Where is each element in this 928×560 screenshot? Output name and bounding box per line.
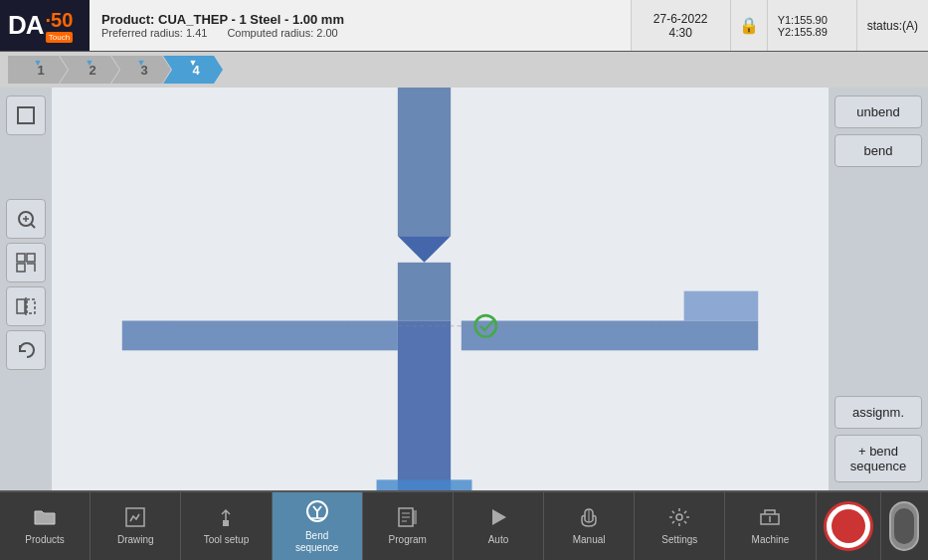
svg-rect-2 [27, 254, 35, 262]
bend-sequence-button[interactable]: + bendsequence [835, 435, 922, 482]
manual-icon [577, 506, 601, 531]
svg-rect-0 [18, 107, 34, 123]
zoom-in-icon [15, 208, 37, 230]
svg-rect-4 [17, 299, 25, 313]
logo-da: DA [8, 10, 44, 41]
bend-sequence-label: + bendsequence [850, 444, 906, 473]
right-panel: unbend bend assignm. + bendsequence [829, 88, 928, 490]
svg-rect-3 [17, 264, 25, 272]
computed-radius: Computed radius: 2.00 [227, 27, 337, 39]
step-3-chevron: ▼ [137, 58, 146, 68]
header-lock: 🔒 [730, 0, 767, 51]
nav-drawing[interactable]: Drawing [91, 492, 181, 560]
nav-machine[interactable]: Machine [725, 492, 816, 560]
nav-settings-label: Settings [661, 534, 697, 546]
drawing-icon [123, 506, 147, 531]
machine-icon [758, 506, 782, 531]
nav-bend-sequence[interactable]: Bendsequence [273, 492, 363, 560]
step-1-chevron: ▼ [34, 58, 43, 68]
svg-rect-13 [398, 320, 451, 490]
nav-settings[interactable]: Settings [635, 492, 725, 560]
header-date: 27-6-2022 [653, 12, 708, 26]
auto-icon [486, 506, 510, 531]
power-pill-inner [894, 508, 914, 544]
select-tool-button[interactable] [6, 95, 46, 135]
svg-marker-26 [492, 509, 506, 525]
bottom-nav: Products Drawing Tool setup [0, 490, 928, 560]
logo-touch: Touch [46, 32, 73, 43]
emergency-circle-inner [832, 509, 865, 543]
logo-model: ·50 [46, 9, 74, 32]
bend-visualization [52, 88, 829, 490]
mirror-tool-button[interactable] [6, 286, 46, 326]
program-icon [396, 506, 420, 531]
nav-power-button[interactable] [881, 492, 928, 560]
canvas-area [52, 88, 829, 490]
header-product: Product: CUA_THEP - 1 Steel - 1.00 mm Pr… [90, 0, 631, 51]
folder-icon [33, 506, 57, 531]
y1-value: Y1:155.90 [778, 14, 846, 26]
svg-rect-7 [398, 88, 451, 236]
step-2[interactable]: ▼ 2 [60, 56, 119, 84]
bend-button[interactable]: bend [835, 134, 922, 167]
step-4[interactable]: ▼ 4 [163, 56, 223, 84]
nav-bend-sequence-label: Bendsequence [295, 530, 338, 554]
main-area: unbend bend assignm. + bendsequence [0, 88, 928, 490]
nav-tool-setup[interactable]: Tool setup [181, 492, 272, 560]
svg-rect-18 [223, 520, 229, 526]
settings-icon [667, 506, 691, 531]
nav-manual[interactable]: Manual [544, 492, 635, 560]
step-2-chevron: ▼ [86, 58, 94, 68]
y2-value: Y2:155.89 [778, 26, 846, 38]
nav-manual-label: Manual [573, 534, 606, 546]
nav-emergency-button[interactable] [817, 492, 881, 560]
mirror-icon [15, 295, 37, 317]
lock-icon: 🔒 [739, 16, 759, 35]
header-datetime: 27-6-2022 4:30 [631, 0, 730, 51]
undo-icon [15, 339, 37, 361]
product-details: Preferred radius: 1.41 Computed radius: … [101, 27, 619, 39]
nav-machine-label: Machine [752, 534, 790, 546]
nav-auto-label: Auto [488, 534, 509, 546]
svg-rect-22 [413, 510, 417, 524]
nav-auto[interactable]: Auto [454, 492, 544, 560]
svg-rect-16 [377, 479, 472, 490]
svg-point-28 [676, 514, 682, 520]
preferred-radius: Preferred radius: 1.41 [101, 27, 207, 39]
nav-products[interactable]: Products [0, 492, 91, 560]
header-y-values: Y1:155.90 Y2:155.89 [767, 0, 856, 51]
svg-rect-1 [17, 254, 25, 262]
power-pill[interactable] [889, 501, 919, 551]
nav-tool-setup-label: Tool setup [204, 534, 250, 546]
status-text: status:(A) [867, 19, 918, 33]
steps-bar: ▼ 1 ▼ 2 ▼ 3 ▼ 4 [0, 52, 928, 88]
header-time: 4:30 [668, 26, 691, 40]
step-4-chevron: ▼ [189, 58, 198, 68]
nav-program-label: Program [389, 534, 427, 546]
select-icon [15, 104, 37, 126]
nav-products-label: Products [25, 534, 64, 546]
layout-icon [15, 252, 37, 274]
svg-rect-11 [684, 291, 759, 321]
zoom-tool-button[interactable] [6, 199, 46, 239]
assignm-button[interactable]: assignm. [835, 396, 922, 429]
logo-area: DA ·50 Touch [0, 0, 90, 51]
product-name: Product: CUA_THEP - 1 Steel - 1.00 mm [101, 12, 619, 27]
bend-sequence-icon [303, 498, 331, 527]
undo-tool-button[interactable] [6, 330, 46, 370]
svg-rect-12 [398, 263, 451, 321]
svg-rect-10 [462, 320, 758, 350]
pan-tool-button[interactable] [6, 243, 46, 282]
unbend-button[interactable]: unbend [835, 95, 922, 128]
nav-program[interactable]: Program [363, 492, 454, 560]
header: DA ·50 Touch Product: CUA_THEP - 1 Steel… [0, 0, 928, 52]
left-toolbar [0, 88, 52, 490]
logo-50: ·50 Touch [46, 9, 74, 43]
emergency-circle[interactable] [824, 501, 873, 551]
svg-rect-9 [122, 320, 398, 350]
step-3[interactable]: ▼ 3 [111, 56, 171, 84]
nav-drawing-label: Drawing [117, 534, 154, 546]
step-1[interactable]: ▼ 1 [8, 56, 68, 84]
header-status: status:(A) [856, 0, 928, 51]
tool-setup-icon [214, 506, 238, 531]
